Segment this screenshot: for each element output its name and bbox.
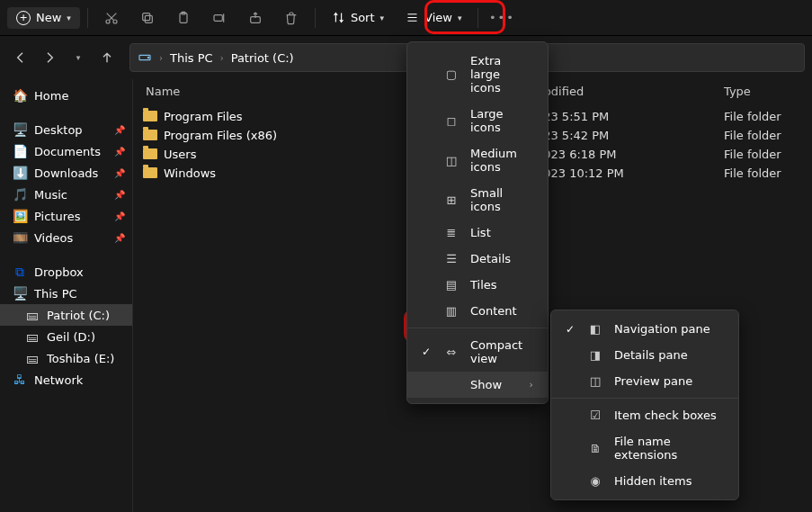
sidebar-item-music[interactable]: 🎵 Music 📌 xyxy=(0,184,132,205)
separator xyxy=(315,8,316,28)
check-icon: ✓ xyxy=(564,323,576,336)
view-label: View xyxy=(424,11,452,24)
sidebar-item-desktop[interactable]: 🖥️ Desktop 📌 xyxy=(0,119,132,140)
sidebar-item-downloads[interactable]: ⬇️ Downloads 📌 xyxy=(0,162,132,184)
cut-icon[interactable] xyxy=(95,4,128,31)
medium-icons-icon: ◫ xyxy=(443,154,460,167)
view-button[interactable]: View ▾ xyxy=(397,7,470,28)
svg-rect-2 xyxy=(145,15,152,22)
desktop-icon: 🖥️ xyxy=(13,122,27,137)
documents-icon: 📄 xyxy=(13,144,27,158)
menu-item-show[interactable]: Show › xyxy=(407,372,548,398)
menu-item-small-icons[interactable]: ⊞ Small icons xyxy=(407,180,548,220)
new-button[interactable]: + New ▾ xyxy=(7,7,80,29)
drive-icon xyxy=(138,50,152,65)
sidebar-item-label: Videos xyxy=(34,231,73,245)
menu-separator xyxy=(551,398,738,399)
details-pane-icon: ◨ xyxy=(587,348,603,362)
sidebar-item-label: Home xyxy=(34,89,68,103)
menu-label: Compact view xyxy=(470,338,533,365)
menu-item-details-pane[interactable]: ◨ Details pane xyxy=(551,342,738,368)
crumb-drive[interactable]: Patriot (C:) xyxy=(231,51,294,65)
menu-item-file-extensions[interactable]: 🗎 File name extensions xyxy=(551,428,738,468)
menu-separator xyxy=(407,328,548,328)
network-icon: 🖧 xyxy=(13,373,27,387)
menu-item-medium-icons[interactable]: ◫ Medium icons xyxy=(407,140,548,180)
menu-item-navigation-pane[interactable]: ✓ ◧ Navigation pane xyxy=(551,316,738,342)
chevron-down-icon: ▾ xyxy=(380,13,385,22)
small-icons-icon: ⊞ xyxy=(443,193,460,207)
sidebar-item-label: Documents xyxy=(34,145,101,158)
menu-item-preview-pane[interactable]: ◫ Preview pane xyxy=(551,368,738,394)
back-button[interactable] xyxy=(7,44,34,71)
menu-item-details[interactable]: ☰ Details xyxy=(407,246,548,272)
sidebar-item-pictures[interactable]: 🖼️ Pictures 📌 xyxy=(0,205,132,227)
menu-label: Extra large icons xyxy=(470,54,533,94)
menu-item-large-icons[interactable]: ◻ Large icons xyxy=(407,101,548,140)
tiles-icon: ▤ xyxy=(443,278,460,292)
up-button[interactable] xyxy=(94,44,120,71)
folder-icon xyxy=(140,147,160,162)
pin-icon: 📌 xyxy=(114,125,125,135)
sidebar-item-videos[interactable]: 🎞️ Videos 📌 xyxy=(0,227,132,248)
rename-icon[interactable] xyxy=(203,4,236,31)
new-label: New xyxy=(36,11,61,24)
menu-label: Details xyxy=(470,252,533,265)
copy-icon[interactable] xyxy=(131,4,164,31)
sidebar-item-thispc[interactable]: 🖥️ This PC xyxy=(0,283,132,304)
chevron-down-icon: ▾ xyxy=(458,13,462,22)
sidebar-item-dropbox[interactable]: ⧉ Dropbox xyxy=(0,261,132,283)
delete-icon[interactable] xyxy=(275,4,308,31)
sidebar-item-network[interactable]: 🖧 Network xyxy=(0,369,132,391)
sidebar-item-label: Desktop xyxy=(34,123,83,137)
sort-label: Sort xyxy=(351,11,375,24)
paste-icon[interactable] xyxy=(167,4,200,31)
sidebar-item-drive-c[interactable]: 🖴 Patriot (C:) xyxy=(0,304,132,326)
file-type: File folder xyxy=(724,110,805,123)
home-icon: 🏠 xyxy=(13,88,27,103)
sidebar-item-documents[interactable]: 📄 Documents 📌 xyxy=(0,140,132,162)
sidebar-item-drive-e[interactable]: 🖴 Toshiba (E:) xyxy=(0,347,132,369)
preview-pane-icon: ◫ xyxy=(587,374,603,388)
pc-icon: 🖥️ xyxy=(13,286,27,301)
details-icon: ☰ xyxy=(443,252,460,265)
separator xyxy=(87,8,88,28)
menu-label: Navigation pane xyxy=(614,322,724,336)
menu-item-list[interactable]: ≣ List xyxy=(407,220,548,246)
menu-item-tiles[interactable]: ▤ Tiles xyxy=(407,272,548,298)
drive-icon: 🖴 xyxy=(25,351,40,365)
menu-label: Item check boxes xyxy=(614,409,724,422)
svg-rect-3 xyxy=(143,13,150,20)
menu-item-check-boxes[interactable]: ☑ Item check boxes xyxy=(551,402,738,428)
sort-button[interactable]: Sort ▾ xyxy=(323,7,393,28)
sidebar-item-label: Pictures xyxy=(34,210,80,223)
check-icon: ✓ xyxy=(420,346,433,358)
sidebar-item-home[interactable]: 🏠 Home xyxy=(0,85,132,106)
file-type: File folder xyxy=(724,148,805,161)
sidebar-item-drive-d[interactable]: 🖴 Geil (D:) xyxy=(0,326,132,347)
list-icon: ≣ xyxy=(443,226,460,239)
col-type[interactable]: Type xyxy=(724,85,805,98)
forward-button[interactable] xyxy=(36,44,63,71)
menu-label: File name extensions xyxy=(614,435,724,462)
menu-item-compact[interactable]: ✓ ⇔ Compact view xyxy=(407,332,548,372)
share-icon[interactable] xyxy=(239,4,272,31)
menu-item-extra-large-icons[interactable]: ▢ Extra large icons xyxy=(407,48,548,101)
folder-icon xyxy=(140,128,160,143)
crumb-thispc[interactable]: This PC xyxy=(170,51,213,65)
menu-label: Hidden items xyxy=(614,474,724,488)
more-icon[interactable]: ••• xyxy=(486,4,518,31)
sidebar-item-label: Network xyxy=(34,373,83,387)
drive-icon: 🖴 xyxy=(25,329,40,344)
content-icon: ▥ xyxy=(443,304,460,318)
view-list-icon xyxy=(406,11,419,24)
pin-icon: 📌 xyxy=(114,211,125,221)
plus-circle-icon: + xyxy=(16,11,31,25)
menu-item-content[interactable]: ▥ Content xyxy=(407,298,548,324)
hidden-items-icon: ◉ xyxy=(587,474,603,488)
menu-item-hidden-items[interactable]: ◉ Hidden items xyxy=(551,468,738,494)
recent-button[interactable]: ▾ xyxy=(65,44,92,71)
chevron-right-icon: › xyxy=(220,53,224,63)
menu-label: Preview pane xyxy=(614,374,724,388)
menu-label: Medium icons xyxy=(470,147,533,174)
